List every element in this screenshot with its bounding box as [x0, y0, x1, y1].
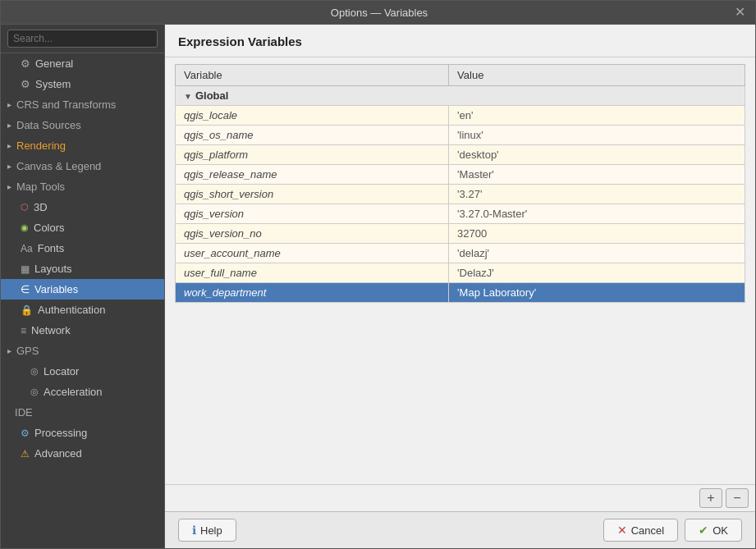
sidebar-item-locator[interactable]: ◎ Locator: [1, 361, 164, 382]
table-row[interactable]: qgis_release_name 'Master': [176, 165, 745, 185]
var-value-cell: 'delazj': [449, 244, 745, 263]
sidebar-item-general[interactable]: ⚙ General: [1, 53, 164, 74]
var-name-cell: qgis_os_name: [176, 126, 449, 145]
sidebar-item-canvas[interactable]: ▸ Canvas & Legend: [1, 156, 164, 176]
sidebar-item-3d[interactable]: ⬡ 3D: [1, 197, 164, 217]
processing-icon: ⚙: [21, 428, 30, 439]
lock-icon: 🔒: [21, 304, 33, 316]
var-value-cell: 32700: [449, 224, 745, 244]
sidebar-item-colors[interactable]: ◉ Colors: [1, 217, 164, 238]
main-content: Expression Variables Variable Value ▼Glo…: [165, 25, 755, 548]
bottom-bar: ℹ Help ✕ Cancel ✔ OK: [165, 511, 755, 548]
table-row[interactable]: user_account_name 'delazj': [176, 244, 745, 263]
sidebar-item-label: System: [35, 78, 71, 90]
cube-icon: ⬡: [21, 202, 29, 213]
var-value-cell: 'DelazJ': [449, 263, 745, 283]
acceleration-icon: ◎: [30, 387, 39, 397]
sidebar-item-label: Colors: [34, 222, 65, 234]
table-row[interactable]: qgis_version '3.27.0-Master': [176, 204, 745, 224]
sidebar: ⚙ General ⚙ System ▸ CRS and Transforms …: [1, 25, 165, 548]
dialog-title: Options — Variables: [25, 7, 733, 19]
sidebar-item-ide[interactable]: IDE: [1, 402, 164, 423]
sidebar-item-label: 3D: [34, 201, 48, 213]
sidebar-item-label: Locator: [44, 365, 79, 377]
sidebar-item-rendering[interactable]: ▸ Rendering: [1, 135, 164, 156]
warning-icon: ⚠: [21, 448, 30, 460]
section-title: Expression Variables: [165, 25, 755, 57]
sidebar-item-acceleration[interactable]: ◎ Acceleration: [1, 382, 164, 402]
arrow-icon: ▸: [7, 346, 11, 355]
var-value-cell: 'linux': [449, 126, 745, 145]
sidebar-item-label: Layouts: [34, 263, 72, 275]
variables-icon: ∈: [21, 283, 30, 295]
sidebar-item-authentication[interactable]: 🔒 Authentication: [1, 300, 164, 320]
cancel-label: Cancel: [631, 524, 664, 537]
ok-label: OK: [712, 524, 728, 537]
sidebar-item-processing[interactable]: ⚙ Processing: [1, 423, 164, 443]
arrow-icon: ▸: [7, 162, 11, 171]
sidebar-item-label: Fonts: [38, 242, 65, 254]
remove-variable-button[interactable]: −: [726, 488, 749, 508]
sidebar-item-datasources[interactable]: ▸ Data Sources: [1, 115, 164, 135]
table-row[interactable]: qgis_version_no 32700: [176, 224, 745, 244]
close-button[interactable]: ✕: [733, 6, 747, 19]
var-name-cell: qgis_short_version: [176, 185, 449, 204]
sidebar-item-fonts[interactable]: Aa Fonts: [1, 238, 164, 258]
col-header-variable: Variable: [176, 65, 449, 86]
var-name-cell: qgis_platform: [176, 145, 449, 165]
table-buttons: + −: [165, 484, 755, 511]
var-value-cell: 'en': [449, 106, 745, 126]
sidebar-item-gps[interactable]: ▸ GPS: [1, 341, 164, 361]
help-icon: ℹ: [192, 524, 196, 537]
table-row[interactable]: qgis_locale 'en': [176, 106, 745, 126]
sidebar-item-advanced[interactable]: ⚠ Advanced: [1, 443, 164, 464]
var-value-cell: 'Master': [449, 165, 745, 185]
sidebar-item-label: Canvas & Legend: [16, 160, 101, 172]
var-name-cell: work_department: [176, 283, 449, 303]
table-row-global: ▼Global: [176, 86, 745, 106]
sidebar-item-layouts[interactable]: ▦ Layouts: [1, 258, 164, 279]
variables-table: Variable Value ▼Global qgis_locale 'en' …: [175, 64, 745, 303]
table-row[interactable]: work_department 'Map Laboratory': [176, 283, 745, 303]
gear-icon: ⚙: [21, 57, 30, 70]
arrow-icon: ▸: [7, 141, 11, 150]
var-name-cell: qgis_version_no: [176, 224, 449, 244]
table-area: Variable Value ▼Global qgis_locale 'en' …: [165, 57, 755, 484]
sidebar-item-label: Acceleration: [44, 386, 103, 398]
layouts-icon: ▦: [21, 263, 30, 275]
fonts-icon: Aa: [21, 243, 33, 254]
cancel-icon: ✕: [617, 524, 627, 537]
system-icon: ⚙: [21, 78, 30, 90]
sidebar-item-label: General: [35, 57, 73, 70]
var-value-cell: 'desktop': [449, 145, 745, 165]
sidebar-item-label: Network: [31, 324, 71, 336]
sidebar-item-system[interactable]: ⚙ System: [1, 74, 164, 94]
arrow-icon: ▸: [7, 121, 11, 130]
var-name-cell: qgis_release_name: [176, 165, 449, 185]
sidebar-item-label: Data Sources: [16, 119, 81, 131]
sidebar-item-label: Processing: [34, 427, 87, 439]
sidebar-item-label: Authentication: [38, 304, 105, 316]
add-variable-button[interactable]: +: [699, 488, 722, 508]
var-value-cell: '3.27': [449, 185, 745, 204]
search-input[interactable]: [7, 30, 158, 48]
sidebar-item-label: Variables: [34, 283, 78, 295]
ok-icon: ✔: [699, 524, 708, 537]
sidebar-item-label: GPS: [16, 345, 39, 357]
sidebar-item-crs[interactable]: ▸ CRS and Transforms: [1, 94, 164, 115]
sidebar-item-maptools[interactable]: ▸ Map Tools: [1, 176, 164, 197]
cancel-button[interactable]: ✕ Cancel: [603, 519, 678, 542]
var-name-cell: qgis_version: [176, 204, 449, 224]
var-name-cell: qgis_locale: [176, 106, 449, 126]
sidebar-item-label: Map Tools: [16, 181, 65, 193]
table-row[interactable]: qgis_short_version '3.27': [176, 185, 745, 204]
ide-icon: [7, 408, 10, 418]
help-button[interactable]: ℹ Help: [178, 519, 236, 542]
table-row[interactable]: qgis_os_name 'linux': [176, 126, 745, 145]
table-row[interactable]: user_full_name 'DelazJ': [176, 263, 745, 283]
table-row[interactable]: qgis_platform 'desktop': [176, 145, 745, 165]
sidebar-item-network[interactable]: ≡ Network: [1, 320, 164, 341]
ok-button[interactable]: ✔ OK: [685, 519, 742, 542]
help-label: Help: [200, 524, 222, 537]
sidebar-item-variables[interactable]: ∈ Variables: [1, 279, 164, 300]
